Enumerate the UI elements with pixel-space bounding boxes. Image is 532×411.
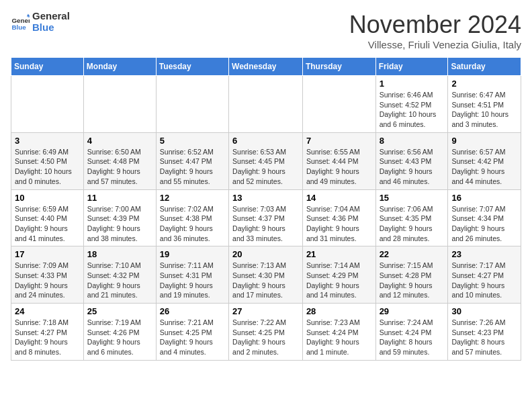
day-cell: 28Sunrise: 7:23 AMSunset: 4:24 PMDayligh… bbox=[302, 304, 375, 361]
day-cell: 15Sunrise: 7:06 AMSunset: 4:35 PMDayligh… bbox=[375, 189, 448, 246]
day-cell: 3Sunrise: 6:49 AMSunset: 4:50 PMDaylight… bbox=[11, 132, 84, 189]
day-number: 11 bbox=[87, 193, 152, 203]
day-number: 17 bbox=[15, 249, 80, 259]
day-info: Sunrise: 6:50 AMSunset: 4:48 PMDaylight:… bbox=[87, 147, 152, 187]
header-cell-wednesday: Wednesday bbox=[229, 58, 303, 76]
header-cell-sunday: Sunday bbox=[11, 58, 84, 76]
day-cell: 24Sunrise: 7:18 AMSunset: 4:27 PMDayligh… bbox=[11, 304, 84, 361]
header-cell-monday: Monday bbox=[83, 58, 156, 76]
day-info: Sunrise: 7:00 AMSunset: 4:39 PMDaylight:… bbox=[87, 204, 152, 244]
day-cell: 5Sunrise: 6:52 AMSunset: 4:47 PMDaylight… bbox=[156, 132, 228, 189]
logo: General Blue General Blue bbox=[11, 11, 70, 33]
logo-icon: General Blue bbox=[11, 13, 30, 32]
day-cell: 20Sunrise: 7:13 AMSunset: 4:30 PMDayligh… bbox=[229, 246, 303, 304]
day-cell: 30Sunrise: 7:26 AMSunset: 4:23 PMDayligh… bbox=[448, 304, 521, 361]
day-cell bbox=[229, 76, 303, 133]
day-cell: 17Sunrise: 7:09 AMSunset: 4:33 PMDayligh… bbox=[11, 246, 84, 304]
day-cell: 6Sunrise: 6:53 AMSunset: 4:45 PMDaylight… bbox=[229, 132, 303, 189]
day-cell: 19Sunrise: 7:11 AMSunset: 4:31 PMDayligh… bbox=[156, 246, 228, 304]
day-number: 18 bbox=[87, 249, 152, 259]
title-block: November 2024 Villesse, Friuli Venezia G… bbox=[349, 11, 521, 50]
day-info: Sunrise: 7:23 AMSunset: 4:24 PMDaylight:… bbox=[306, 318, 372, 357]
day-number: 15 bbox=[380, 193, 445, 203]
day-cell: 27Sunrise: 7:22 AMSunset: 4:25 PMDayligh… bbox=[229, 304, 303, 361]
day-info: Sunrise: 7:17 AMSunset: 4:27 PMDaylight:… bbox=[451, 261, 517, 300]
day-number: 1 bbox=[380, 79, 445, 89]
day-info: Sunrise: 7:13 AMSunset: 4:30 PMDaylight:… bbox=[232, 261, 299, 300]
day-number: 13 bbox=[232, 193, 299, 203]
day-cell: 10Sunrise: 6:59 AMSunset: 4:40 PMDayligh… bbox=[11, 189, 84, 246]
day-info: Sunrise: 6:56 AMSunset: 4:43 PMDaylight:… bbox=[380, 147, 445, 187]
day-number: 30 bbox=[451, 306, 517, 316]
location-subtitle: Villesse, Friuli Venezia Giulia, Italy bbox=[349, 39, 521, 50]
day-info: Sunrise: 7:10 AMSunset: 4:32 PMDaylight:… bbox=[87, 261, 152, 300]
day-info: Sunrise: 7:18 AMSunset: 4:27 PMDaylight:… bbox=[15, 318, 80, 357]
header-cell-friday: Friday bbox=[375, 58, 448, 76]
day-info: Sunrise: 6:46 AMSunset: 4:52 PMDaylight:… bbox=[380, 90, 445, 130]
day-cell bbox=[11, 76, 84, 133]
svg-text:Blue: Blue bbox=[11, 24, 26, 31]
day-info: Sunrise: 7:21 AMSunset: 4:25 PMDaylight:… bbox=[160, 318, 225, 357]
header-row: SundayMondayTuesdayWednesdayThursdayFrid… bbox=[11, 58, 521, 76]
day-cell: 13Sunrise: 7:03 AMSunset: 4:37 PMDayligh… bbox=[229, 189, 303, 246]
day-number: 10 bbox=[15, 193, 80, 203]
page-header: General Blue General Blue November 2024 … bbox=[11, 11, 521, 50]
header-cell-thursday: Thursday bbox=[302, 58, 375, 76]
week-row-4: 17Sunrise: 7:09 AMSunset: 4:33 PMDayligh… bbox=[11, 246, 521, 304]
day-cell: 7Sunrise: 6:55 AMSunset: 4:44 PMDaylight… bbox=[302, 132, 375, 189]
week-row-5: 24Sunrise: 7:18 AMSunset: 4:27 PMDayligh… bbox=[11, 304, 521, 361]
day-number: 22 bbox=[380, 249, 445, 259]
day-number: 27 bbox=[232, 306, 299, 316]
day-info: Sunrise: 6:52 AMSunset: 4:47 PMDaylight:… bbox=[160, 147, 225, 187]
day-number: 2 bbox=[451, 79, 517, 89]
day-info: Sunrise: 6:55 AMSunset: 4:44 PMDaylight:… bbox=[306, 147, 372, 187]
day-cell: 26Sunrise: 7:21 AMSunset: 4:25 PMDayligh… bbox=[156, 304, 228, 361]
day-info: Sunrise: 6:47 AMSunset: 4:51 PMDaylight:… bbox=[451, 90, 517, 130]
day-info: Sunrise: 7:02 AMSunset: 4:38 PMDaylight:… bbox=[160, 204, 225, 244]
day-info: Sunrise: 7:06 AMSunset: 4:35 PMDaylight:… bbox=[380, 204, 445, 244]
month-title: November 2024 bbox=[349, 11, 521, 39]
day-number: 6 bbox=[232, 136, 299, 146]
day-info: Sunrise: 7:24 AMSunset: 4:24 PMDaylight:… bbox=[380, 318, 445, 357]
logo-general: General bbox=[32, 11, 70, 22]
day-number: 28 bbox=[306, 306, 372, 316]
day-cell bbox=[302, 76, 375, 133]
week-row-2: 3Sunrise: 6:49 AMSunset: 4:50 PMDaylight… bbox=[11, 132, 521, 189]
day-number: 7 bbox=[306, 136, 372, 146]
week-row-1: 1Sunrise: 6:46 AMSunset: 4:52 PMDaylight… bbox=[11, 76, 521, 133]
day-info: Sunrise: 7:04 AMSunset: 4:36 PMDaylight:… bbox=[306, 204, 372, 244]
day-number: 14 bbox=[306, 193, 372, 203]
day-number: 9 bbox=[451, 136, 517, 146]
header-cell-saturday: Saturday bbox=[448, 58, 521, 76]
day-number: 4 bbox=[87, 136, 152, 146]
day-number: 19 bbox=[160, 249, 225, 259]
day-number: 5 bbox=[160, 136, 225, 146]
day-number: 20 bbox=[232, 249, 299, 259]
day-cell: 4Sunrise: 6:50 AMSunset: 4:48 PMDaylight… bbox=[83, 132, 156, 189]
day-number: 12 bbox=[160, 193, 225, 203]
day-info: Sunrise: 6:53 AMSunset: 4:45 PMDaylight:… bbox=[232, 147, 299, 187]
day-cell: 2Sunrise: 6:47 AMSunset: 4:51 PMDaylight… bbox=[448, 76, 521, 133]
day-info: Sunrise: 6:57 AMSunset: 4:42 PMDaylight:… bbox=[451, 147, 517, 187]
day-info: Sunrise: 7:03 AMSunset: 4:37 PMDaylight:… bbox=[232, 204, 299, 244]
day-info: Sunrise: 7:14 AMSunset: 4:29 PMDaylight:… bbox=[306, 261, 372, 300]
day-number: 24 bbox=[15, 306, 80, 316]
day-cell: 21Sunrise: 7:14 AMSunset: 4:29 PMDayligh… bbox=[302, 246, 375, 304]
day-info: Sunrise: 6:59 AMSunset: 4:40 PMDaylight:… bbox=[15, 204, 80, 244]
calendar-header: SundayMondayTuesdayWednesdayThursdayFrid… bbox=[11, 58, 521, 76]
calendar-body: 1Sunrise: 6:46 AMSunset: 4:52 PMDaylight… bbox=[11, 76, 521, 361]
day-cell: 23Sunrise: 7:17 AMSunset: 4:27 PMDayligh… bbox=[448, 246, 521, 304]
day-number: 21 bbox=[306, 249, 372, 259]
week-row-3: 10Sunrise: 6:59 AMSunset: 4:40 PMDayligh… bbox=[11, 189, 521, 246]
day-info: Sunrise: 7:07 AMSunset: 4:34 PMDaylight:… bbox=[451, 204, 517, 244]
day-number: 3 bbox=[15, 136, 80, 146]
day-number: 23 bbox=[451, 249, 517, 259]
day-info: Sunrise: 6:49 AMSunset: 4:50 PMDaylight:… bbox=[15, 147, 80, 187]
day-info: Sunrise: 7:26 AMSunset: 4:23 PMDaylight:… bbox=[451, 318, 517, 357]
day-number: 16 bbox=[451, 193, 517, 203]
day-info: Sunrise: 7:22 AMSunset: 4:25 PMDaylight:… bbox=[232, 318, 299, 357]
header-cell-tuesday: Tuesday bbox=[156, 58, 228, 76]
day-info: Sunrise: 7:11 AMSunset: 4:31 PMDaylight:… bbox=[160, 261, 225, 300]
day-cell bbox=[156, 76, 228, 133]
day-cell bbox=[83, 76, 156, 133]
